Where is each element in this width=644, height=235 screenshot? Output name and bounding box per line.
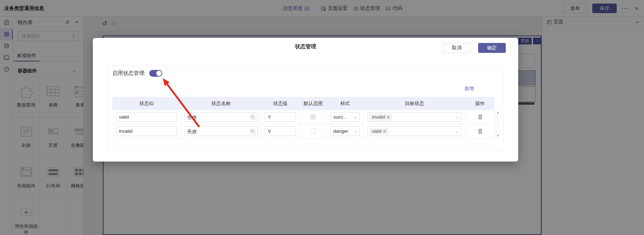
header-state-name: 状态名称: [181, 97, 261, 110]
remove-tag-icon[interactable]: ⊗: [383, 129, 386, 134]
delete-row-icon[interactable]: [477, 128, 483, 134]
enable-state-toggle[interactable]: [149, 70, 162, 77]
header-state-value: 状态值: [261, 97, 299, 110]
target-state-select[interactable]: valid⊗: [368, 126, 461, 136]
scroll-up-icon[interactable]: ▲: [495, 111, 501, 114]
state-name-input[interactable]: 生效: [184, 112, 258, 122]
enable-state-label: 启用状态管理:: [112, 70, 146, 77]
app-root: 业务类型通用信息 浏览界面 页面设置 状态管理 代码 发布 保存 ···: [0, 0, 644, 235]
state-table-header: 状态ID 状态名称 状态值 默认启用 样式 目标状态 操作: [112, 97, 494, 110]
translate-icon[interactable]: [250, 129, 255, 135]
target-state-tag: valid⊗: [370, 128, 389, 135]
toggle-knob: [156, 71, 162, 76]
header-state-id: 状态ID: [112, 97, 181, 110]
table-row: 生效 succ... invalid⊗: [112, 110, 494, 124]
chevron-down-icon: [353, 130, 357, 133]
add-state-link[interactable]: 新增: [464, 86, 474, 92]
state-table: 状态ID 状态名称 状态值 默认启用 样式 目标状态 操作 生效: [112, 97, 500, 138]
style-select[interactable]: danger: [330, 126, 360, 136]
remove-tag-icon[interactable]: ⊗: [386, 115, 390, 120]
table-row: 失效 danger valid⊗: [112, 124, 494, 138]
style-select[interactable]: succ...: [330, 112, 360, 122]
translate-icon[interactable]: [250, 115, 255, 121]
state-value-input[interactable]: [265, 126, 296, 136]
state-value-input[interactable]: [265, 112, 296, 122]
header-style: 样式: [327, 97, 363, 110]
state-management-modal: 状态管理 取消 确定 启用状态管理: 新增 状态ID 状态名称 状态值 默认启用…: [93, 38, 518, 162]
cancel-button[interactable]: 取消: [443, 43, 470, 53]
target-state-tag: invalid⊗: [370, 114, 393, 121]
enable-state-row: 启用状态管理:: [112, 70, 162, 77]
target-state-select[interactable]: invalid⊗: [368, 112, 461, 122]
header-default-enabled: 默认启用: [299, 97, 327, 110]
delete-row-icon[interactable]: [477, 114, 483, 120]
state-id-input[interactable]: [116, 126, 177, 136]
header-target-state: 目标状态: [363, 97, 466, 110]
state-id-input[interactable]: [116, 112, 177, 122]
scroll-down-icon[interactable]: ▼: [495, 134, 501, 137]
confirm-button[interactable]: 确定: [478, 43, 506, 53]
state-name-input[interactable]: 失效: [184, 126, 258, 136]
header-actions: 操作: [466, 97, 494, 110]
table-scrollbar[interactable]: ▲ ▼: [494, 110, 500, 138]
chevron-down-icon: [455, 130, 459, 133]
chevron-down-icon: [353, 115, 357, 119]
default-enabled-checkbox[interactable]: [310, 129, 316, 134]
chevron-down-icon: [455, 115, 459, 119]
default-enabled-checkbox[interactable]: [310, 114, 316, 120]
